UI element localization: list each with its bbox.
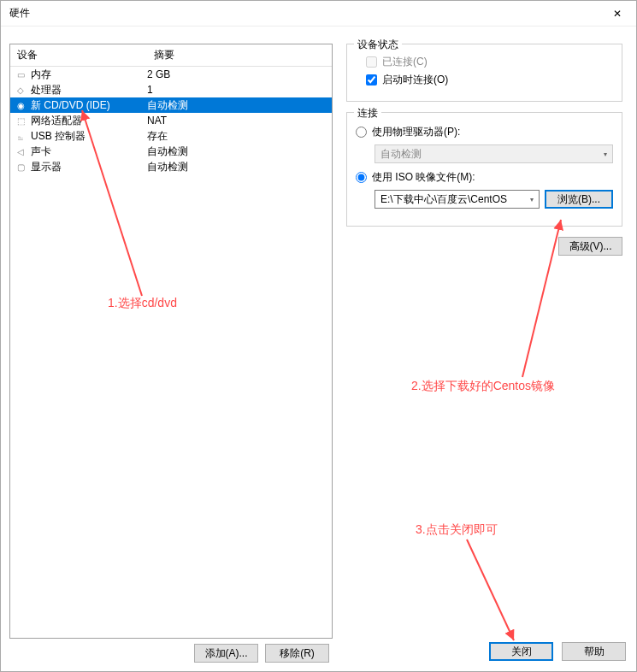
connect-at-poweron-label: 启动时连接(O) bbox=[382, 73, 448, 87]
device-summary: 自动检测 bbox=[147, 160, 328, 174]
chevron-down-icon: ▾ bbox=[530, 196, 534, 203]
device-status-legend: 设备状态 bbox=[354, 38, 402, 52]
device-name: 内存 bbox=[31, 68, 51, 82]
connected-label: 已连接(C) bbox=[382, 55, 428, 69]
device-summary: 2 GB bbox=[147, 68, 328, 80]
connected-checkbox-row: 已连接(C) bbox=[366, 55, 613, 69]
network-icon: ⬚ bbox=[14, 114, 27, 127]
physical-drive-select: 自动检测 ▾ bbox=[375, 144, 613, 163]
content-area: 设备 摘要 ▭内存 2 GB ◇处理器 1 ◉新 CD/DVD (IDE) 自动… bbox=[1, 27, 636, 671]
iso-file-select-row: E:\下载中心\百度云\CentOS ▾ 浏览(B)... bbox=[375, 190, 613, 209]
device-name: 显示器 bbox=[31, 160, 62, 174]
device-row-sound[interactable]: ◁声卡 自动检测 bbox=[10, 144, 332, 159]
iso-file-combobox[interactable]: E:\下载中心\百度云\CentOS ▾ bbox=[375, 190, 540, 209]
device-row-cpu[interactable]: ◇处理器 1 bbox=[10, 82, 332, 97]
disc-icon: ◉ bbox=[14, 98, 27, 112]
connect-at-poweron-checkbox[interactable] bbox=[366, 74, 377, 85]
device-name: 网络适配器 bbox=[31, 114, 82, 128]
device-list: 设备 摘要 ▭内存 2 GB ◇处理器 1 ◉新 CD/DVD (IDE) 自动… bbox=[9, 44, 333, 639]
sound-icon: ◁ bbox=[14, 144, 27, 158]
device-row-usb[interactable]: ⎁USB 控制器 存在 bbox=[10, 128, 332, 144]
device-summary: 自动检测 bbox=[147, 144, 328, 159]
titlebar: 硬件 ✕ bbox=[1, 1, 636, 27]
window-title: 硬件 bbox=[9, 6, 30, 21]
hardware-dialog: 硬件 ✕ 设备 摘要 ▭内存 2 GB ◇处理器 1 bbox=[0, 0, 637, 672]
dialog-buttons: 关闭 帮助 bbox=[489, 642, 626, 661]
device-name: 处理器 bbox=[31, 83, 62, 97]
physical-drive-value: 自动检测 bbox=[380, 147, 422, 162]
device-name: 声卡 bbox=[31, 144, 51, 159]
iso-file-value: E:\下载中心\百度云\CentOS bbox=[380, 192, 507, 207]
help-button[interactable]: 帮助 bbox=[562, 642, 626, 661]
connected-checkbox bbox=[366, 56, 377, 68]
device-summary: 自动检测 bbox=[147, 98, 328, 113]
device-name: USB 控制器 bbox=[31, 129, 86, 144]
device-summary: 1 bbox=[147, 84, 328, 96]
device-summary: 存在 bbox=[147, 129, 328, 144]
chevron-down-icon: ▾ bbox=[604, 150, 607, 158]
device-row-display[interactable]: ▢显示器 自动检测 bbox=[10, 159, 332, 174]
connect-at-poweron-row[interactable]: 启动时连接(O) bbox=[366, 73, 613, 87]
iso-file-radio-row[interactable]: 使用 ISO 映像文件(M): bbox=[356, 170, 613, 185]
device-list-rows: ▭内存 2 GB ◇处理器 1 ◉新 CD/DVD (IDE) 自动检测 ⬚网络… bbox=[10, 67, 332, 174]
connection-group: 连接 使用物理驱动器(P): 自动检测 ▾ 使用 ISO 映像文件(M): bbox=[346, 112, 622, 227]
iso-file-radio[interactable] bbox=[356, 172, 367, 183]
browse-button[interactable]: 浏览(B)... bbox=[545, 190, 613, 209]
device-status-group: 设备状态 已连接(C) 启动时连接(O) bbox=[346, 44, 622, 102]
memory-icon: ▭ bbox=[14, 68, 27, 81]
physical-drive-radio[interactable] bbox=[356, 127, 367, 138]
right-panel: 设备状态 已连接(C) 启动时连接(O) 连接 使用物理驱动器(P): bbox=[341, 44, 628, 663]
advanced-button[interactable]: 高级(V)... bbox=[558, 237, 622, 256]
display-icon: ▢ bbox=[14, 160, 27, 174]
remove-button[interactable]: 移除(R) bbox=[265, 644, 329, 663]
add-button[interactable]: 添加(A)... bbox=[194, 644, 258, 663]
left-buttons: 添加(A)... 移除(R) bbox=[9, 644, 333, 663]
header-device[interactable]: 设备 bbox=[10, 44, 147, 66]
connection-legend: 连接 bbox=[354, 106, 381, 121]
physical-drive-select-row: 自动检测 ▾ bbox=[375, 144, 613, 163]
physical-drive-label: 使用物理驱动器(P): bbox=[372, 125, 460, 139]
device-name: 新 CD/DVD (IDE) bbox=[31, 98, 110, 113]
usb-icon: ⎁ bbox=[14, 129, 27, 143]
close-icon: ✕ bbox=[613, 8, 622, 20]
device-row-memory[interactable]: ▭内存 2 GB bbox=[10, 67, 332, 82]
device-row-cddvd[interactable]: ◉新 CD/DVD (IDE) 自动检测 bbox=[10, 97, 332, 113]
iso-file-label: 使用 ISO 映像文件(M): bbox=[372, 170, 475, 185]
device-row-network[interactable]: ⬚网络适配器 NAT bbox=[10, 113, 332, 128]
left-panel: 设备 摘要 ▭内存 2 GB ◇处理器 1 ◉新 CD/DVD (IDE) 自动… bbox=[9, 44, 333, 663]
advanced-row: 高级(V)... bbox=[346, 237, 622, 256]
close-button[interactable]: 关闭 bbox=[489, 642, 553, 661]
window-close-button[interactable]: ✕ bbox=[598, 2, 636, 26]
cpu-icon: ◇ bbox=[14, 83, 27, 97]
device-list-header: 设备 摘要 bbox=[10, 44, 332, 67]
physical-drive-radio-row[interactable]: 使用物理驱动器(P): bbox=[356, 125, 613, 139]
device-summary: NAT bbox=[147, 115, 328, 127]
header-summary[interactable]: 摘要 bbox=[147, 44, 332, 66]
